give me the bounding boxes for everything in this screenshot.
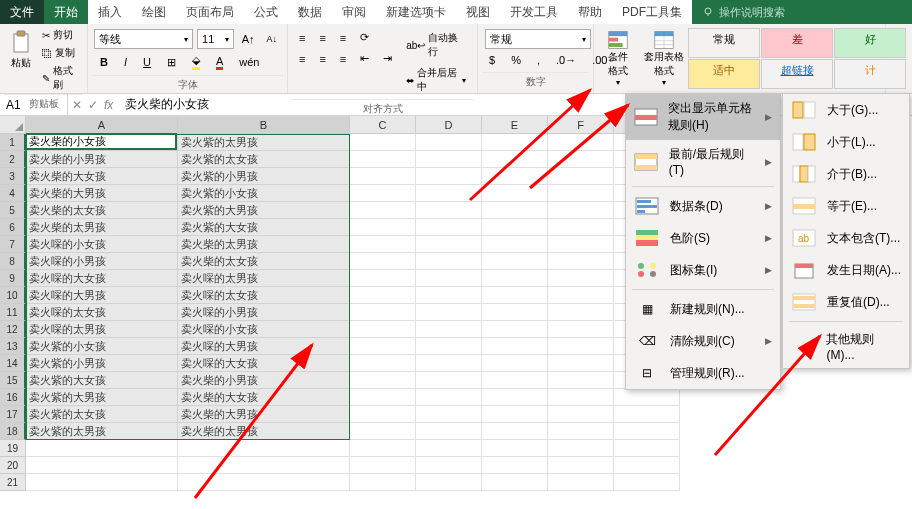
fill-color-button[interactable]: ⬙ <box>188 52 204 72</box>
name-box[interactable]: A1 <box>0 94 68 115</box>
cell[interactable]: 卖火柴的太男孩 <box>178 236 350 253</box>
cell[interactable] <box>482 440 548 457</box>
cell[interactable]: 卖火柴的太男孩 <box>26 219 178 236</box>
cell[interactable]: 卖火紫的大女孩 <box>178 219 350 236</box>
cell[interactable] <box>482 151 548 168</box>
cell[interactable] <box>26 457 178 474</box>
cell[interactable] <box>482 202 548 219</box>
cell[interactable] <box>178 474 350 491</box>
cell[interactable] <box>416 134 482 151</box>
style-hyperlink[interactable]: 超链接 <box>761 59 833 89</box>
font-name-select[interactable]: 等线▾ <box>94 29 193 49</box>
cell[interactable] <box>416 355 482 372</box>
row-header[interactable]: 2 <box>0 151 26 168</box>
cell[interactable] <box>548 406 614 423</box>
row-header[interactable]: 17 <box>0 406 26 423</box>
align-middle-button[interactable]: ≡ <box>315 30 329 46</box>
comma-format-button[interactable]: , <box>533 52 544 68</box>
cell[interactable]: 卖火啋的太男孩 <box>178 270 350 287</box>
cell[interactable] <box>416 457 482 474</box>
tab-pdf[interactable]: PDF工具集 <box>612 0 692 24</box>
cell[interactable] <box>350 440 416 457</box>
cell[interactable] <box>350 219 416 236</box>
cell[interactable] <box>416 338 482 355</box>
cell[interactable] <box>416 253 482 270</box>
row-header[interactable]: 5 <box>0 202 26 219</box>
cell[interactable] <box>482 389 548 406</box>
cell[interactable] <box>548 372 614 389</box>
cut-button[interactable]: ✂剪切 <box>38 26 83 44</box>
tab-view[interactable]: 视图 <box>456 0 500 24</box>
menu-data-bars[interactable]: 数据条(D)▶ <box>626 190 780 222</box>
cell[interactable]: 卖火啋的太女孩 <box>178 287 350 304</box>
menu-clear-rules[interactable]: ⌫ 清除规则(C)▶ <box>626 325 780 357</box>
cell[interactable] <box>548 270 614 287</box>
tab-help[interactable]: 帮助 <box>568 0 612 24</box>
select-all-corner[interactable] <box>0 116 26 134</box>
cell[interactable] <box>416 287 482 304</box>
cell[interactable] <box>350 151 416 168</box>
cell[interactable] <box>482 270 548 287</box>
enter-formula-button[interactable]: ✓ <box>88 98 98 112</box>
cell[interactable] <box>350 474 416 491</box>
cell[interactable]: 卖火柴的大女孩 <box>26 168 178 185</box>
cell[interactable] <box>548 287 614 304</box>
style-neutral[interactable]: 适中 <box>688 59 760 89</box>
cell[interactable]: 卖火啋的大男孩 <box>178 338 350 355</box>
row-header[interactable]: 7 <box>0 236 26 253</box>
tab-insert[interactable]: 插入 <box>88 0 132 24</box>
style-bad[interactable]: 差 <box>761 28 833 58</box>
align-bottom-button[interactable]: ≡ <box>336 30 350 46</box>
cell[interactable] <box>548 304 614 321</box>
row-header[interactable]: 19 <box>0 440 26 457</box>
cell[interactable] <box>614 440 680 457</box>
menu-color-scales[interactable]: 色阶(S)▶ <box>626 222 780 254</box>
font-color-button[interactable]: A <box>212 53 227 72</box>
cell[interactable]: 卖火紫的小女孩 <box>178 185 350 202</box>
cell[interactable]: 卖火啋的小男孩 <box>26 253 178 270</box>
align-center-button[interactable]: ≡ <box>315 51 329 67</box>
cell[interactable] <box>416 372 482 389</box>
cell[interactable]: 卖火柴的太女孩 <box>178 253 350 270</box>
accounting-format-button[interactable]: $ <box>485 52 499 68</box>
column-header-A[interactable]: A <box>26 116 178 134</box>
cell[interactable]: 卖火紫的小男孩 <box>178 168 350 185</box>
cell[interactable] <box>548 457 614 474</box>
cell[interactable] <box>548 236 614 253</box>
increase-font-button[interactable]: A↑ <box>238 31 259 47</box>
submenu-more-rules[interactable]: 其他规则(M)... <box>783 325 909 368</box>
cell[interactable] <box>482 372 548 389</box>
cell[interactable] <box>548 440 614 457</box>
cell[interactable]: 卖火啋的大男孩 <box>26 287 178 304</box>
cell[interactable] <box>548 321 614 338</box>
menu-icon-sets[interactable]: 图标集(I)▶ <box>626 254 780 286</box>
cell[interactable] <box>482 168 548 185</box>
border-button[interactable]: ⊞ <box>163 54 180 71</box>
cell[interactable] <box>548 338 614 355</box>
tab-developer[interactable]: 开发工具 <box>500 0 568 24</box>
submenu-greater-than[interactable]: 大于(G)... <box>783 94 909 126</box>
cell[interactable]: 卖火柴的小男孩 <box>26 151 178 168</box>
decrease-indent-button[interactable]: ⇤ <box>356 50 373 67</box>
cell[interactable] <box>482 236 548 253</box>
cell[interactable]: 卖火紫的太女孩 <box>26 406 178 423</box>
cell[interactable]: 卖火柴的小女孩 <box>26 134 178 151</box>
tab-home[interactable]: 开始 <box>44 0 88 24</box>
cell[interactable] <box>416 151 482 168</box>
cell[interactable] <box>548 474 614 491</box>
tell-me-search[interactable]: 操作说明搜索 <box>692 0 912 24</box>
cell[interactable] <box>614 457 680 474</box>
cell[interactable] <box>548 219 614 236</box>
align-left-button[interactable]: ≡ <box>295 51 309 67</box>
cell[interactable] <box>482 423 548 440</box>
cell[interactable] <box>614 474 680 491</box>
tab-new[interactable]: 新建选项卡 <box>376 0 456 24</box>
cell[interactable] <box>416 423 482 440</box>
cell[interactable] <box>548 134 614 151</box>
cancel-formula-button[interactable]: ✕ <box>72 98 82 112</box>
cell[interactable] <box>416 168 482 185</box>
row-header[interactable]: 3 <box>0 168 26 185</box>
cell[interactable] <box>482 185 548 202</box>
cell[interactable] <box>350 270 416 287</box>
row-header[interactable]: 9 <box>0 270 26 287</box>
